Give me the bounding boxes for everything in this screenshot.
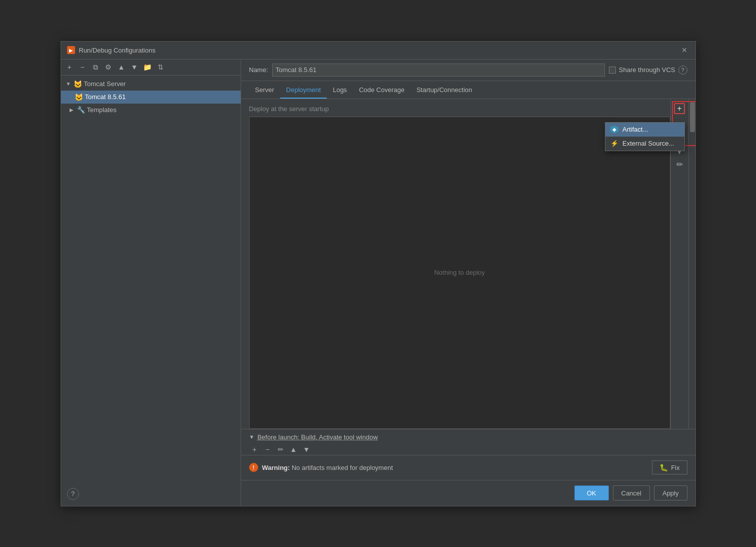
templates-icon: 🔧 xyxy=(77,106,85,114)
bl-add-button[interactable]: + xyxy=(249,444,260,455)
share-vcs-row: Share through VCS ? xyxy=(609,66,687,75)
warning-bar: ! Warning: No artifacts marked for deplo… xyxy=(241,455,695,480)
external-source-label: External Source... xyxy=(622,140,674,147)
tabs-bar: Server Deployment Logs Code Coverage Sta… xyxy=(241,81,695,99)
share-vcs-checkbox[interactable] xyxy=(609,67,616,74)
tab-logs[interactable]: Logs xyxy=(327,83,353,99)
name-input[interactable] xyxy=(272,64,605,77)
tab-code-coverage[interactable]: Code Coverage xyxy=(353,83,410,99)
right-panel: Name: Share through VCS ? Server Deploym… xyxy=(241,60,695,506)
artifact-label: Artifact... xyxy=(622,126,648,133)
tree-toggle-icon: ▼ xyxy=(65,81,72,88)
bottom-bar: OK Cancel Apply xyxy=(241,480,695,506)
tab-deployment[interactable]: Deployment xyxy=(280,83,327,99)
dialog-icon: ▶ xyxy=(67,46,75,54)
share-vcs-label: Share through VCS xyxy=(619,66,675,74)
artifact-icon: ◆ xyxy=(610,126,618,134)
scrollbar-track xyxy=(688,99,695,429)
bl-remove-button[interactable]: − xyxy=(262,444,273,455)
apply-button[interactable]: Apply xyxy=(654,485,687,500)
tree-item-tomcat-child[interactable]: 🐱 Tomcat 8.5.61 xyxy=(61,91,241,104)
scrollbar-thumb[interactable] xyxy=(690,102,695,132)
settings-config-button[interactable]: ⚙ xyxy=(103,62,114,73)
artifact-menu-item[interactable]: ◆ Artifact... xyxy=(605,123,684,137)
dialog-title: Run/Debug Configurations xyxy=(79,47,156,54)
tree-templates-toggle: ▶ xyxy=(68,107,75,114)
nothing-to-deploy-text: Nothing to deploy xyxy=(434,269,485,276)
deploy-header-label: Deploy at the server startup xyxy=(249,105,670,113)
external-source-menu-item[interactable]: ⚡ External Source... xyxy=(605,137,684,151)
bl-edit-button[interactable]: ✏ xyxy=(275,444,286,455)
deploy-list: Nothing to deploy xyxy=(249,117,670,429)
fix-label: Fix xyxy=(671,464,679,471)
name-row: Name: Share through VCS ? xyxy=(241,60,695,81)
folder-button[interactable]: 📁 xyxy=(142,62,153,73)
ok-button[interactable]: OK xyxy=(574,485,609,500)
before-launch-toggle[interactable]: ▼ xyxy=(249,434,255,440)
content-area: + − ⧉ ⚙ ▲ ▼ 📁 ⇅ ▼ 🐱 Tomcat Server 🐱 xyxy=(61,60,695,506)
copy-config-button[interactable]: ⧉ xyxy=(90,62,101,73)
fix-bug-icon: 🐛 xyxy=(659,463,668,471)
warning-bold: Warning: xyxy=(262,464,290,471)
external-source-icon: ⚡ xyxy=(610,140,618,148)
before-launch-header: ▼ Before launch: Build, Activate tool wi… xyxy=(249,433,687,441)
right-side-toolbar: + ◆ Artifact... ⚡ External Source... xyxy=(670,99,688,429)
remove-config-button[interactable]: − xyxy=(77,62,88,73)
tree-templates-label: Templates xyxy=(87,106,117,114)
warning-icon: ! xyxy=(249,463,258,472)
before-launch-title: Before launch: Build, Activate tool wind… xyxy=(257,433,378,441)
tomcat-server-icon: 🐱 xyxy=(74,80,82,88)
add-btn-container: + ◆ Artifact... ⚡ External Source... xyxy=(674,103,685,114)
move-up-button[interactable]: ▲ xyxy=(116,62,127,73)
share-vcs-help-icon[interactable]: ? xyxy=(678,66,687,75)
tab-server[interactable]: Server xyxy=(249,83,280,99)
tree-tomcat-server-label: Tomcat Server xyxy=(84,80,126,88)
before-launch-section: ▼ Before launch: Build, Activate tool wi… xyxy=(241,429,695,455)
run-debug-dialog: ▶ Run/Debug Configurations ✕ + − ⧉ ⚙ ▲ ▼… xyxy=(61,41,696,506)
deploy-edit-button[interactable]: ✏ xyxy=(674,159,685,170)
tree-area: ▼ 🐱 Tomcat Server 🐱 Tomcat 8.5.61 ▶ 🔧 Te… xyxy=(61,76,241,506)
tab-startup-connection[interactable]: Startup/Connection xyxy=(410,83,478,99)
close-button[interactable]: ✕ xyxy=(679,45,689,55)
title-bar-left: ▶ Run/Debug Configurations xyxy=(67,46,156,54)
main-content: Deploy at the server startup Nothing to … xyxy=(241,99,695,429)
fix-button[interactable]: 🐛 Fix xyxy=(652,460,687,474)
cancel-button[interactable]: Cancel xyxy=(613,485,650,500)
bl-down-button[interactable]: ▼ xyxy=(301,444,312,455)
add-dropdown-popup: ◆ Artifact... ⚡ External Source... xyxy=(605,122,685,151)
help-button[interactable]: ? xyxy=(67,488,79,500)
tomcat-child-icon: 🐱 xyxy=(75,93,83,101)
tree-item-templates[interactable]: ▶ 🔧 Templates xyxy=(61,104,241,117)
title-bar: ▶ Run/Debug Configurations ✕ xyxy=(61,42,695,60)
left-toolbar: + − ⧉ ⚙ ▲ ▼ 📁 ⇅ xyxy=(61,60,241,76)
add-config-button[interactable]: + xyxy=(64,62,75,73)
add-deploy-button[interactable]: + xyxy=(674,103,685,114)
warning-message: No artifacts marked for deployment xyxy=(292,464,393,471)
before-launch-toolbar: + − ✏ ▲ ▼ xyxy=(249,444,687,455)
tree-item-tomcat-server[interactable]: ▼ 🐱 Tomcat Server xyxy=(61,78,241,91)
bl-up-button[interactable]: ▲ xyxy=(288,444,299,455)
left-panel: + − ⧉ ⚙ ▲ ▼ 📁 ⇅ ▼ 🐱 Tomcat Server 🐱 xyxy=(61,60,241,506)
name-label: Name: xyxy=(249,66,268,74)
move-down-button[interactable]: ▼ xyxy=(129,62,140,73)
tree-tomcat-child-label: Tomcat 8.5.61 xyxy=(85,93,126,101)
sort-button[interactable]: ⇅ xyxy=(155,62,166,73)
warning-text: Warning: No artifacts marked for deploym… xyxy=(262,464,648,471)
